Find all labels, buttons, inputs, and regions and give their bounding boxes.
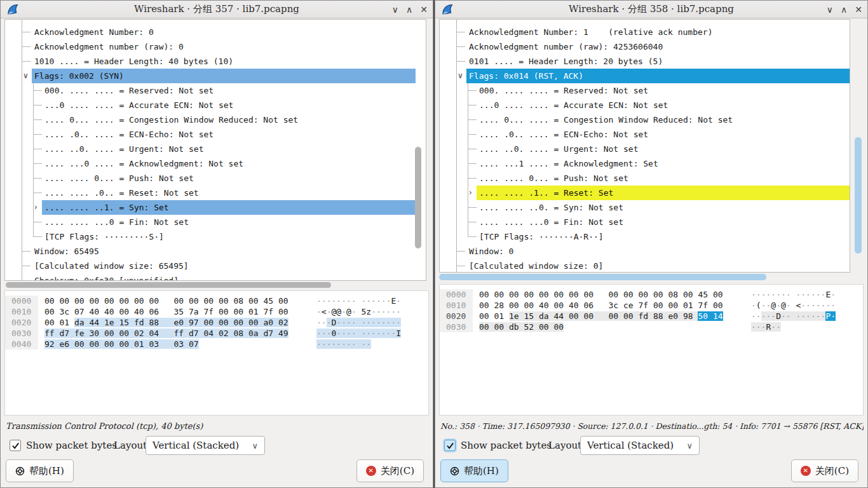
minimize-icon[interactable]: ∨ xyxy=(392,1,398,18)
tree-row[interactable]: Window: 0 xyxy=(440,244,850,259)
packet-detail-tree[interactable]: Acknowledgment Number: 1 (relative ack n… xyxy=(439,19,850,273)
packet-bytes-pane[interactable]: 000000 00 00 00 00 00 00 00 00 00 00 00 … xyxy=(4,290,429,416)
tree-row[interactable]: [TCP Flags: ·········S·] xyxy=(5,229,426,244)
tree-row[interactable]: .... .... ...0 = Fin: Not set xyxy=(5,215,426,229)
tree-row-highlight: .... .... .1.. = Reset: Set xyxy=(477,186,850,200)
show-packet-bytes-checkbox[interactable] xyxy=(444,440,456,451)
tree-row[interactable]: ∨Flags: 0x014 (RST, ACK) xyxy=(440,69,850,83)
tree-row[interactable]: Acknowledgment number (raw): 0 xyxy=(5,39,426,54)
tree-row-text: Checksum: 0xfe30 [unverified] xyxy=(32,273,416,281)
tree-row[interactable]: .... .... ..0. = Syn: Not set xyxy=(440,200,850,215)
tree-row[interactable]: ...0 .... .... = Accurate ECN: Not set xyxy=(440,98,850,112)
window-title: Wireshark · 分组 358 · lib7.pcapng xyxy=(435,3,867,15)
tree-row[interactable]: ›.... .... .1.. = Reset: Set xyxy=(440,186,850,200)
tree-row-highlight: Flags: 0x014 (RST, ACK) xyxy=(466,69,850,83)
tree-guide-dash xyxy=(468,105,477,105)
hex-offset: 0040 xyxy=(5,339,38,349)
help-button[interactable]: 帮助(H) xyxy=(6,459,74,482)
hex-row[interactable]: 001000 3c 07 40 40 00 40 06 35 7a 7f 00 … xyxy=(5,306,428,317)
hex-row[interactable]: 000000 00 00 00 00 00 00 00 00 00 00 00 … xyxy=(440,289,863,300)
layout-dropdown[interactable]: Vertical (Stacked) ∨ xyxy=(580,436,700,455)
tree-row[interactable]: .... .0.. .... = ECN-Echo: Not set xyxy=(5,127,426,142)
maximize-icon[interactable]: ∧ xyxy=(406,1,412,18)
help-button[interactable]: 帮助(H) xyxy=(440,459,508,482)
packet-detail-window-357: Wireshark · 分组 357 · lib7.pcapng ∨ ∧ ✕ A… xyxy=(0,0,433,488)
tree-row[interactable]: Checksum: 0xfe30 [unverified] xyxy=(5,273,426,281)
checkmark-icon xyxy=(11,442,20,450)
tree-horizontal-scrollbar[interactable] xyxy=(439,274,766,280)
tree-row[interactable]: 1010 .... = Header Length: 40 bytes (10) xyxy=(5,54,426,69)
tree-row[interactable]: 0101 .... = Header Length: 20 bytes (5) xyxy=(440,54,850,69)
tree-guide-dash xyxy=(468,207,477,208)
tree-row[interactable]: 000. .... .... = Reserved: Not set xyxy=(440,83,850,98)
tree-row[interactable]: .... 0... .... = Congestion Window Reduc… xyxy=(440,112,850,127)
tree-guide-dash xyxy=(33,90,42,91)
minimize-icon[interactable]: ∨ xyxy=(827,1,833,18)
hex-offset: 0000 xyxy=(440,289,473,300)
tree-row[interactable]: 000. .... .... = Reserved: Not set xyxy=(5,83,426,98)
tree-expanded-icon[interactable]: ∨ xyxy=(458,69,463,83)
tree-row[interactable]: .... .... 0... = Push: Not set xyxy=(440,171,850,186)
tree-row[interactable]: ›.... .... ..1. = Syn: Set xyxy=(5,200,426,215)
tree-row-text: .... ..0. .... = Urgent: Not set xyxy=(477,142,850,156)
tree-guide-dash xyxy=(33,119,42,120)
tree-horizontal-scrollbar[interactable] xyxy=(6,282,331,288)
tree-row[interactable]: .... ..0. .... = Urgent: Not set xyxy=(440,142,850,156)
tree-row[interactable]: .... .0.. .... = ECN-Echo: Not set xyxy=(440,127,850,142)
close-icon[interactable]: ✕ xyxy=(420,1,428,18)
chevron-down-icon: ∨ xyxy=(686,441,693,451)
tree-row[interactable]: .... .... .0.. = Reset: Not set xyxy=(5,186,426,200)
tree-expanded-icon[interactable]: ∨ xyxy=(23,69,29,83)
tree-row[interactable]: Acknowledgment Number: 0 xyxy=(5,25,426,39)
selected-field-status: Transmission Control Protocol (tcp), 40 … xyxy=(6,421,429,431)
tree-row[interactable]: Acknowledgment number (raw): 4253606040 xyxy=(440,39,850,54)
titlebar[interactable]: Wireshark · 分组 357 · lib7.pcapng ∨ ∧ ✕ xyxy=(1,1,433,18)
hex-row[interactable]: 004092 e6 00 00 00 00 01 03 03 07·······… xyxy=(5,339,428,349)
tree-row-text: .... .... ...0 = Fin: Not set xyxy=(42,215,416,229)
layout-dropdown[interactable]: Vertical (Stacked) ∨ xyxy=(146,436,265,455)
tree-row[interactable]: .... ..0. .... = Urgent: Not set xyxy=(5,142,426,156)
tree-row[interactable]: ∨Flags: 0x002 (SYN) xyxy=(5,69,426,83)
layout-label: Layout: xyxy=(114,435,150,456)
titlebar[interactable]: Wireshark · 分组 358 · lib7.pcapng ∨ ∧ ✕ xyxy=(435,1,867,18)
tree-row[interactable]: ...0 .... .... = Accurate ECN: Not set xyxy=(5,98,426,112)
show-packet-bytes-checkbox[interactable] xyxy=(10,440,21,451)
tree-row[interactable]: Window: 65495 xyxy=(5,244,426,259)
hex-row[interactable]: 002000 01 1e 15 da 44 00 00 00 00 fd 88 … xyxy=(440,311,863,322)
tree-row-text: Window: 65495 xyxy=(32,244,416,259)
tree-collapsed-icon[interactable]: › xyxy=(34,200,37,215)
hex-bytes: 00 01 da 44 1e 15 fd 88 e0 97 00 00 00 0… xyxy=(44,317,297,328)
tree-row[interactable]: Acknowledgment Number: 1 (relative ack n… xyxy=(440,25,850,39)
tree-guide-dash xyxy=(33,105,42,105)
hex-ascii: ·<·@@·@· 5z······ xyxy=(316,306,401,317)
tree-row[interactable]: .... .... ...0 = Fin: Not set xyxy=(440,215,850,229)
tree-row[interactable]: [Calculated window size: 0] xyxy=(440,259,850,273)
tree-row[interactable]: .... 0... .... = Congestion Window Reduc… xyxy=(5,112,426,127)
hex-row[interactable]: 0030ff d7 fe 30 00 00 02 04 ff d7 04 02 … xyxy=(5,328,428,339)
hex-row[interactable]: 003000 00 db 52 00 00···R·· xyxy=(440,322,863,332)
hex-row[interactable]: 000000 00 00 00 00 00 00 00 00 00 00 00 … xyxy=(5,295,428,306)
packet-detail-tree[interactable]: Acknowledgment Number: 0Acknowledgment n… xyxy=(4,19,426,281)
tree-row-text: .... .0.. .... = ECN-Echo: Not set xyxy=(477,127,850,142)
tree-collapsed-icon[interactable]: › xyxy=(469,186,472,200)
tree-row[interactable]: [TCP Flags: ·······A·R··] xyxy=(440,229,850,244)
maximize-icon[interactable]: ∧ xyxy=(841,1,847,18)
tree-row[interactable]: [Calculated window size: 65495] xyxy=(5,259,426,273)
help-button-label: 帮助(H) xyxy=(29,465,64,477)
tree-row-text: Acknowledgment Number: 1 (relative ack n… xyxy=(466,25,850,39)
close-icon[interactable]: ✕ xyxy=(855,1,862,18)
hex-row[interactable]: 001000 28 00 00 40 00 40 06 3c ce 7f 00 … xyxy=(440,300,863,311)
close-button[interactable]: ✕ 关闭(C) xyxy=(791,459,858,482)
close-button[interactable]: ✕ 关闭(C) xyxy=(356,459,424,482)
tree-vertical-scrollbar[interactable] xyxy=(855,137,862,254)
tree-row-text: ...0 .... .... = Accurate ECN: Not set xyxy=(42,98,416,112)
tree-row[interactable]: .... ...1 .... = Acknowledgment: Set xyxy=(440,156,850,171)
tree-row[interactable]: .... ...0 .... = Acknowledgment: Not set xyxy=(5,156,426,171)
packet-bytes-pane[interactable]: 000000 00 00 00 00 00 00 00 00 00 00 00 … xyxy=(439,284,864,416)
tree-row[interactable]: .... .... 0... = Push: Not set xyxy=(5,171,426,186)
packet-summary-status: No.: 358 · Time: 317.165097930 · Source:… xyxy=(440,421,864,431)
hex-row[interactable]: 002000 01 da 44 1e 15 fd 88 e0 97 00 00 … xyxy=(5,317,428,328)
tree-row-text: 000. .... .... = Reserved: Not set xyxy=(477,83,850,98)
close-button-label: 关闭(C) xyxy=(381,465,414,477)
tree-vertical-scrollbar[interactable] xyxy=(415,147,421,248)
